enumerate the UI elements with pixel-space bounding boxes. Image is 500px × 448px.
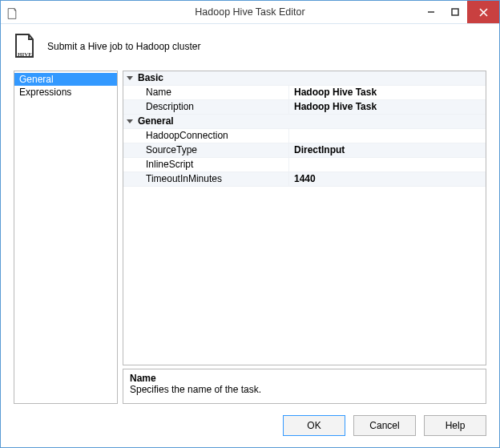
prop-name: SourceType [144,143,288,157]
nav-item-general[interactable]: General [14,73,117,86]
right-pane: Basic Name Hadoop Hive Task Description … [123,71,486,404]
nav-item-label: General [19,74,54,85]
property-grid: Basic Name Hadoop Hive Task Description … [123,71,486,365]
prop-name: TimeoutInMinutes [144,172,288,186]
button-label: Cancel [369,420,399,431]
dialog-window: Hadoop Hive Task Editor HIVE Submit a Hi… [0,0,500,448]
prop-row-hadoopconnection[interactable]: HadoopConnection [123,129,486,143]
category-label: Basic [136,71,486,85]
prop-row-description[interactable]: Description Hadoop Hive Task [123,100,486,115]
help-title: Name [130,373,479,384]
button-label: OK [307,420,321,431]
prop-value[interactable] [289,158,486,172]
titlebar: Hadoop Hive Task Editor [1,1,499,24]
hive-icon: HIVE [12,32,38,59]
prop-value[interactable]: Hadoop Hive Task [289,100,486,114]
svg-rect-1 [452,9,458,15]
svg-text:HIVE: HIVE [18,51,32,58]
prop-value[interactable]: Hadoop Hive Task [289,86,486,99]
button-label: Help [446,420,466,431]
prop-name: HadoopConnection [144,129,288,143]
nav-item-expressions[interactable]: Expressions [14,86,117,99]
prop-row-name[interactable]: Name Hadoop Hive Task [123,86,486,100]
prop-value[interactable]: 1440 [289,172,486,186]
collapse-icon[interactable] [123,71,136,85]
app-icon [6,4,22,20]
dialog-description: Submit a Hive job to Hadoop cluster [47,39,200,52]
prop-value[interactable]: DirectInput [289,143,486,157]
category-label: General [136,115,486,128]
close-button[interactable] [467,1,499,23]
dialog-buttons: OK Cancel Help [14,404,486,436]
prop-name: Name [144,86,288,99]
help-panel: Name Specifies the name of the task. [123,369,486,404]
prop-row-timeoutinminutes[interactable]: TimeoutInMinutes 1440 [123,172,486,187]
nav-item-label: Expressions [19,87,71,98]
ok-button[interactable]: OK [283,415,345,436]
dialog-header: HIVE Submit a Hive job to Hadoop cluster [1,24,499,71]
collapse-icon[interactable] [123,115,136,128]
window-controls [419,1,499,23]
nav-list: General Expressions [14,71,118,404]
prop-row-inlinescript[interactable]: InlineScript [123,158,486,172]
help-text: Specifies the name of the task. [130,384,479,395]
prop-name: InlineScript [144,158,288,172]
cancel-button[interactable]: Cancel [353,415,416,436]
prop-value[interactable] [289,129,486,143]
maximize-button[interactable] [443,1,467,23]
prop-row-sourcetype[interactable]: SourceType DirectInput [123,143,486,158]
prop-name: Description [144,100,288,114]
panes: General Expressions Basic Name [14,71,486,404]
category-general[interactable]: General [123,115,486,129]
category-basic[interactable]: Basic [123,71,486,86]
dialog-body: General Expressions Basic Name [1,71,499,447]
minimize-button[interactable] [419,1,443,23]
help-button[interactable]: Help [424,415,486,436]
